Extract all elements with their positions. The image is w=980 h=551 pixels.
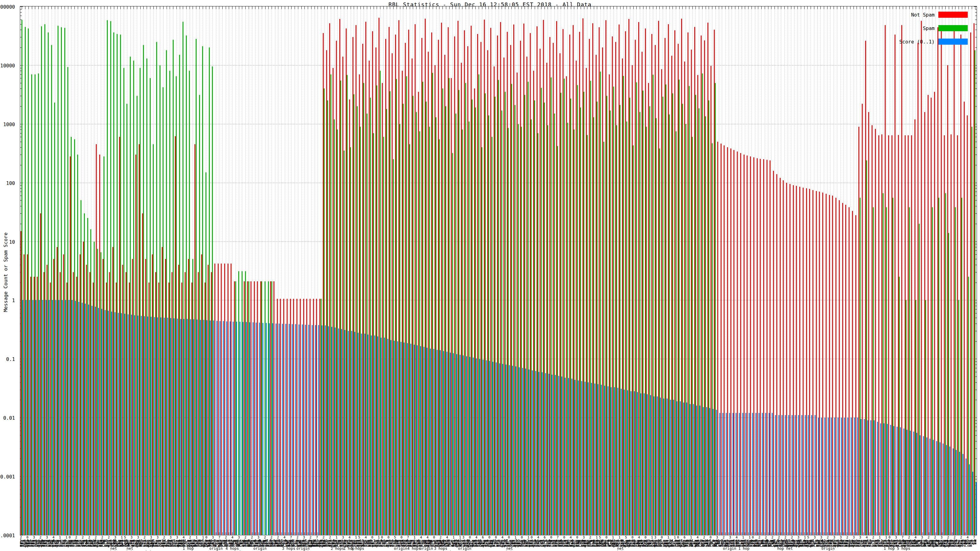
x-tick bbox=[847, 532, 847, 535]
bar-score bbox=[463, 356, 464, 535]
bar-score bbox=[709, 408, 710, 535]
x-tick bbox=[587, 6, 587, 9]
x-tick bbox=[788, 6, 788, 9]
bar-score bbox=[828, 418, 829, 535]
bar-score bbox=[351, 331, 352, 535]
bar-score bbox=[289, 324, 290, 535]
x-tick bbox=[719, 6, 719, 9]
x-tick bbox=[232, 532, 232, 535]
x-tick bbox=[150, 6, 150, 9]
x-tick bbox=[880, 532, 880, 535]
vertical-gridline bbox=[232, 6, 232, 535]
bar-score bbox=[414, 345, 415, 535]
bar-score bbox=[660, 398, 661, 535]
bar-score bbox=[933, 440, 934, 535]
bar-not-spam bbox=[835, 198, 836, 535]
x-tick bbox=[804, 532, 805, 535]
x-tick bbox=[847, 6, 847, 9]
x-tick bbox=[442, 6, 443, 9]
bar-not-spam bbox=[789, 184, 791, 535]
x-tick bbox=[41, 6, 42, 9]
x-tick bbox=[863, 6, 864, 9]
x-label-fragment: 1 hop 5 hops bbox=[883, 546, 910, 551]
x-tick bbox=[275, 6, 275, 9]
bar-score bbox=[713, 409, 714, 535]
bar-score bbox=[29, 300, 30, 535]
x-tick bbox=[258, 6, 259, 9]
x-tick bbox=[975, 6, 975, 9]
x-tick bbox=[666, 6, 667, 9]
legend: Not SpamSpamScore (0..1) bbox=[876, 12, 968, 60]
bar-score bbox=[624, 390, 625, 535]
y-minor-tick bbox=[20, 16, 22, 16]
bar-not-spam bbox=[813, 190, 813, 535]
x-tick bbox=[304, 6, 305, 9]
x-tick bbox=[239, 6, 239, 9]
bar-score bbox=[608, 386, 609, 535]
x-tick bbox=[620, 6, 620, 9]
x-tick bbox=[91, 6, 91, 9]
x-tick bbox=[522, 6, 522, 9]
bar-score bbox=[151, 317, 151, 535]
bar-not-spam bbox=[809, 189, 810, 535]
bar-score bbox=[821, 418, 822, 535]
x-axis-label-strip: 2 0 3 2 3 4 1 10 2 2 2 2 2 2 3 15 3 3 2 … bbox=[20, 535, 976, 551]
x-tick bbox=[374, 6, 374, 9]
bar-score bbox=[969, 464, 970, 535]
bar-score bbox=[972, 472, 973, 535]
bar-score bbox=[765, 413, 766, 535]
bar-score bbox=[253, 322, 254, 535]
bar-score bbox=[321, 326, 323, 535]
x-tick bbox=[843, 6, 844, 9]
x-tick bbox=[479, 6, 479, 9]
bar-score bbox=[98, 308, 99, 535]
bar-score bbox=[338, 329, 339, 535]
bar-score bbox=[690, 404, 690, 535]
bar-not-spam bbox=[849, 207, 850, 535]
vertical-gridline bbox=[298, 6, 298, 535]
vertical-gridline bbox=[837, 6, 837, 535]
bar-score bbox=[460, 355, 461, 535]
bar-score bbox=[663, 399, 664, 535]
x-tick bbox=[791, 532, 791, 535]
vertical-gridline bbox=[222, 6, 223, 535]
bar-score bbox=[292, 324, 293, 535]
bar-score bbox=[410, 344, 411, 535]
bar-score bbox=[390, 340, 391, 535]
vertical-gridline bbox=[258, 6, 259, 535]
vertical-gridline bbox=[732, 6, 732, 535]
x-tick bbox=[653, 6, 653, 9]
bar-score bbox=[696, 406, 697, 535]
bar-score bbox=[374, 335, 375, 535]
x-tick bbox=[315, 6, 315, 9]
x-tick bbox=[278, 532, 278, 535]
vertical-gridline bbox=[952, 6, 953, 535]
bar-score bbox=[703, 407, 704, 535]
vertical-gridline bbox=[755, 6, 755, 535]
x-tick bbox=[232, 6, 232, 9]
x-tick bbox=[272, 6, 272, 9]
bar-score bbox=[137, 316, 138, 535]
x-tick bbox=[939, 6, 939, 9]
bar-score bbox=[246, 322, 247, 535]
x-tick bbox=[791, 6, 791, 9]
x-tick bbox=[439, 6, 439, 9]
bar-score bbox=[447, 352, 447, 535]
x-tick bbox=[778, 6, 778, 9]
x-tick bbox=[613, 6, 614, 9]
bar-score bbox=[105, 310, 106, 535]
bar-score bbox=[900, 427, 901, 535]
x-tick bbox=[755, 6, 755, 9]
bar-score bbox=[532, 370, 533, 535]
x-tick bbox=[952, 532, 953, 535]
bar-not-spam bbox=[310, 299, 310, 535]
bar-score bbox=[867, 420, 868, 535]
x-tick bbox=[824, 532, 824, 535]
bar-score bbox=[772, 413, 773, 535]
bar-score bbox=[802, 415, 802, 535]
bar-not-spam bbox=[816, 191, 817, 535]
y-tick-label: 10000 bbox=[0, 63, 15, 68]
bar-not-spam bbox=[829, 195, 830, 535]
x-tick bbox=[758, 6, 758, 9]
x-tick bbox=[229, 6, 229, 9]
